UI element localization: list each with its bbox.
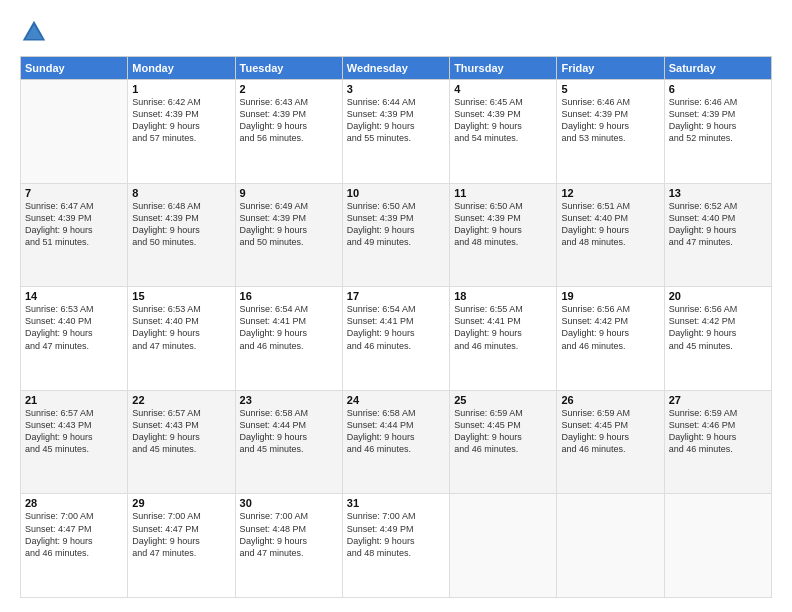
day-number: 2 [240,83,338,95]
calendar-week-row: 21Sunrise: 6:57 AMSunset: 4:43 PMDayligh… [21,390,772,494]
logo [20,18,52,46]
header [20,18,772,46]
day-info: Sunrise: 6:54 AMSunset: 4:41 PMDaylight:… [240,303,338,352]
day-info: Sunrise: 6:50 AMSunset: 4:39 PMDaylight:… [454,200,552,249]
day-info: Sunrise: 7:00 AMSunset: 4:47 PMDaylight:… [132,510,230,559]
calendar-header-thursday: Thursday [450,57,557,80]
day-info: Sunrise: 6:58 AMSunset: 4:44 PMDaylight:… [240,407,338,456]
day-info: Sunrise: 6:57 AMSunset: 4:43 PMDaylight:… [25,407,123,456]
calendar-day-cell: 9Sunrise: 6:49 AMSunset: 4:39 PMDaylight… [235,183,342,287]
day-number: 20 [669,290,767,302]
day-number: 21 [25,394,123,406]
day-info: Sunrise: 6:53 AMSunset: 4:40 PMDaylight:… [132,303,230,352]
calendar-day-cell: 16Sunrise: 6:54 AMSunset: 4:41 PMDayligh… [235,287,342,391]
day-number: 28 [25,497,123,509]
calendar-day-cell: 11Sunrise: 6:50 AMSunset: 4:39 PMDayligh… [450,183,557,287]
calendar-day-cell: 14Sunrise: 6:53 AMSunset: 4:40 PMDayligh… [21,287,128,391]
day-number: 17 [347,290,445,302]
day-number: 11 [454,187,552,199]
day-info: Sunrise: 6:42 AMSunset: 4:39 PMDaylight:… [132,96,230,145]
day-number: 18 [454,290,552,302]
calendar-week-row: 28Sunrise: 7:00 AMSunset: 4:47 PMDayligh… [21,494,772,598]
calendar-day-cell: 6Sunrise: 6:46 AMSunset: 4:39 PMDaylight… [664,80,771,184]
calendar-week-row: 1Sunrise: 6:42 AMSunset: 4:39 PMDaylight… [21,80,772,184]
day-info: Sunrise: 6:48 AMSunset: 4:39 PMDaylight:… [132,200,230,249]
day-number: 3 [347,83,445,95]
calendar-day-cell [664,494,771,598]
calendar-table: SundayMondayTuesdayWednesdayThursdayFrid… [20,56,772,598]
calendar-day-cell: 15Sunrise: 6:53 AMSunset: 4:40 PMDayligh… [128,287,235,391]
calendar-day-cell: 3Sunrise: 6:44 AMSunset: 4:39 PMDaylight… [342,80,449,184]
calendar-day-cell: 20Sunrise: 6:56 AMSunset: 4:42 PMDayligh… [664,287,771,391]
day-info: Sunrise: 6:51 AMSunset: 4:40 PMDaylight:… [561,200,659,249]
logo-icon [20,18,48,46]
day-number: 6 [669,83,767,95]
day-number: 19 [561,290,659,302]
day-number: 9 [240,187,338,199]
day-number: 5 [561,83,659,95]
calendar-header-friday: Friday [557,57,664,80]
day-number: 10 [347,187,445,199]
day-info: Sunrise: 6:55 AMSunset: 4:41 PMDaylight:… [454,303,552,352]
day-info: Sunrise: 6:54 AMSunset: 4:41 PMDaylight:… [347,303,445,352]
day-number: 15 [132,290,230,302]
calendar-day-cell: 2Sunrise: 6:43 AMSunset: 4:39 PMDaylight… [235,80,342,184]
calendar-day-cell: 26Sunrise: 6:59 AMSunset: 4:45 PMDayligh… [557,390,664,494]
day-number: 25 [454,394,552,406]
day-number: 12 [561,187,659,199]
calendar-day-cell: 10Sunrise: 6:50 AMSunset: 4:39 PMDayligh… [342,183,449,287]
calendar-header-monday: Monday [128,57,235,80]
day-info: Sunrise: 6:44 AMSunset: 4:39 PMDaylight:… [347,96,445,145]
calendar-header-wednesday: Wednesday [342,57,449,80]
calendar-day-cell: 28Sunrise: 7:00 AMSunset: 4:47 PMDayligh… [21,494,128,598]
day-info: Sunrise: 6:57 AMSunset: 4:43 PMDaylight:… [132,407,230,456]
page: SundayMondayTuesdayWednesdayThursdayFrid… [0,0,792,612]
calendar-day-cell: 24Sunrise: 6:58 AMSunset: 4:44 PMDayligh… [342,390,449,494]
day-number: 14 [25,290,123,302]
calendar-day-cell: 19Sunrise: 6:56 AMSunset: 4:42 PMDayligh… [557,287,664,391]
calendar-day-cell: 13Sunrise: 6:52 AMSunset: 4:40 PMDayligh… [664,183,771,287]
calendar-day-cell: 1Sunrise: 6:42 AMSunset: 4:39 PMDaylight… [128,80,235,184]
day-number: 27 [669,394,767,406]
calendar-day-cell: 7Sunrise: 6:47 AMSunset: 4:39 PMDaylight… [21,183,128,287]
day-number: 29 [132,497,230,509]
calendar-header-sunday: Sunday [21,57,128,80]
day-number: 7 [25,187,123,199]
day-number: 1 [132,83,230,95]
calendar-day-cell [21,80,128,184]
day-number: 13 [669,187,767,199]
calendar-day-cell: 8Sunrise: 6:48 AMSunset: 4:39 PMDaylight… [128,183,235,287]
day-info: Sunrise: 7:00 AMSunset: 4:49 PMDaylight:… [347,510,445,559]
day-number: 31 [347,497,445,509]
calendar-day-cell: 27Sunrise: 6:59 AMSunset: 4:46 PMDayligh… [664,390,771,494]
calendar-day-cell: 4Sunrise: 6:45 AMSunset: 4:39 PMDaylight… [450,80,557,184]
day-info: Sunrise: 6:53 AMSunset: 4:40 PMDaylight:… [25,303,123,352]
calendar-header-tuesday: Tuesday [235,57,342,80]
day-number: 22 [132,394,230,406]
calendar-week-row: 7Sunrise: 6:47 AMSunset: 4:39 PMDaylight… [21,183,772,287]
calendar-day-cell: 12Sunrise: 6:51 AMSunset: 4:40 PMDayligh… [557,183,664,287]
calendar-header-row: SundayMondayTuesdayWednesdayThursdayFrid… [21,57,772,80]
day-info: Sunrise: 6:59 AMSunset: 4:46 PMDaylight:… [669,407,767,456]
day-number: 26 [561,394,659,406]
day-info: Sunrise: 6:50 AMSunset: 4:39 PMDaylight:… [347,200,445,249]
day-info: Sunrise: 6:47 AMSunset: 4:39 PMDaylight:… [25,200,123,249]
calendar-day-cell: 17Sunrise: 6:54 AMSunset: 4:41 PMDayligh… [342,287,449,391]
calendar-day-cell: 30Sunrise: 7:00 AMSunset: 4:48 PMDayligh… [235,494,342,598]
calendar-day-cell: 21Sunrise: 6:57 AMSunset: 4:43 PMDayligh… [21,390,128,494]
calendar-header-saturday: Saturday [664,57,771,80]
day-info: Sunrise: 6:45 AMSunset: 4:39 PMDaylight:… [454,96,552,145]
calendar-day-cell: 18Sunrise: 6:55 AMSunset: 4:41 PMDayligh… [450,287,557,391]
day-info: Sunrise: 6:59 AMSunset: 4:45 PMDaylight:… [561,407,659,456]
calendar-day-cell: 31Sunrise: 7:00 AMSunset: 4:49 PMDayligh… [342,494,449,598]
day-number: 24 [347,394,445,406]
day-info: Sunrise: 6:46 AMSunset: 4:39 PMDaylight:… [561,96,659,145]
day-info: Sunrise: 7:00 AMSunset: 4:48 PMDaylight:… [240,510,338,559]
day-info: Sunrise: 6:49 AMSunset: 4:39 PMDaylight:… [240,200,338,249]
day-info: Sunrise: 6:56 AMSunset: 4:42 PMDaylight:… [669,303,767,352]
day-number: 23 [240,394,338,406]
day-info: Sunrise: 7:00 AMSunset: 4:47 PMDaylight:… [25,510,123,559]
day-info: Sunrise: 6:46 AMSunset: 4:39 PMDaylight:… [669,96,767,145]
calendar-day-cell [450,494,557,598]
calendar-week-row: 14Sunrise: 6:53 AMSunset: 4:40 PMDayligh… [21,287,772,391]
